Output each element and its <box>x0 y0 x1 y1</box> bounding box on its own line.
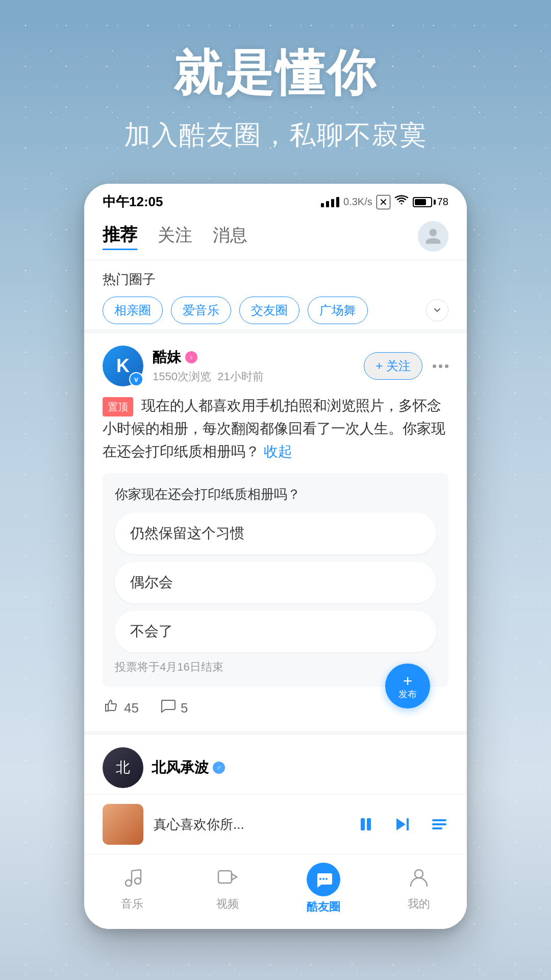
poll-question: 你家现在还会打印纸质相册吗？ <box>115 485 436 503</box>
post-footer-wrapper: 45 5 + 发布 <box>103 697 448 719</box>
nav-item-circle[interactable]: 酷友圈 <box>293 863 354 915</box>
status-time: 中午12:05 <box>103 193 163 211</box>
author-name: 酷妹 ♀ <box>153 348 364 367</box>
profile-nav-label: 我的 <box>408 896 430 912</box>
svg-point-17 <box>415 870 423 878</box>
poll-option-3[interactable]: 不会了 <box>115 610 436 652</box>
video-nav-icon <box>216 866 239 893</box>
poll-section: 你家现在还会打印纸质相册吗？ 仍然保留这个习惯 偶尔会 不会了 投票将于4月16… <box>103 473 448 687</box>
comment-action[interactable]: 5 <box>159 697 188 719</box>
svg-marker-13 <box>232 874 237 880</box>
publish-fab-button[interactable]: + 发布 <box>385 664 430 708</box>
post-meta: 酷妹 ♀ 1550次浏览 21小时前 <box>153 348 364 384</box>
battery-percent: 78 <box>437 196 448 208</box>
music-player: 真心喜欢你所... <box>84 794 467 854</box>
comment-count: 5 <box>181 700 188 716</box>
pinned-tag: 置顶 <box>103 397 133 416</box>
nav-item-video[interactable]: 视频 <box>197 866 258 912</box>
svg-marker-2 <box>396 818 406 830</box>
video-nav-label: 视频 <box>216 896 239 912</box>
author-avatar[interactable]: K v <box>103 346 143 386</box>
circle-nav-icon-bg <box>307 863 340 896</box>
more-options-button[interactable] <box>433 364 448 368</box>
svg-rect-12 <box>218 871 232 883</box>
comment-icon <box>159 697 177 719</box>
post-stats: 1550次浏览 21小时前 <box>153 369 364 384</box>
expand-circles-button[interactable] <box>426 299 448 322</box>
tab-message[interactable]: 消息 <box>213 224 247 249</box>
post-header: K v 酷妹 ♀ 1550次浏览 21小时前 + 关注 <box>103 346 448 386</box>
signal-dots <box>321 197 339 207</box>
speed-text: 0.3K/s <box>343 196 372 208</box>
user-avatar-button[interactable] <box>418 221 448 252</box>
circle-tags: 相亲圈 爱音乐 交友圈 广场舞 <box>103 297 448 324</box>
like-count: 45 <box>124 700 139 716</box>
x-icon: ✕ <box>377 195 390 209</box>
next-author-avatar[interactable]: 北 <box>103 747 143 788</box>
music-nav-label: 音乐 <box>121 896 143 912</box>
pause-button[interactable] <box>357 815 375 834</box>
svg-point-7 <box>126 880 132 886</box>
svg-rect-6 <box>432 827 442 829</box>
fab-plus-icon: + <box>403 673 413 689</box>
svg-rect-4 <box>432 819 446 821</box>
svg-rect-5 <box>432 823 446 825</box>
svg-point-16 <box>325 878 328 880</box>
hero-subtitle: 加入酷友圈，私聊不寂寞 <box>124 117 427 153</box>
collapse-link[interactable]: 收起 <box>264 444 292 459</box>
profile-nav-icon <box>408 866 430 893</box>
status-bar: 中午12:05 0.3K/s ✕ <box>84 184 467 216</box>
nav-tabs: 推荐 关注 消息 <box>84 216 467 260</box>
status-icons: 0.3K/s ✕ 78 <box>321 195 448 209</box>
nav-item-music[interactable]: 音乐 <box>102 866 163 912</box>
vip-badge: v <box>129 372 143 386</box>
wifi-icon <box>394 195 409 209</box>
svg-point-14 <box>319 878 321 880</box>
poll-option-1[interactable]: 仍然保留这个习惯 <box>115 512 436 554</box>
circle-tag-friends[interactable]: 交友圈 <box>239 297 299 324</box>
page-container: 就是懂你 加入酷友圈，私聊不寂寞 中午12:05 0.3K/s ✕ <box>0 0 551 929</box>
circle-tag-square[interactable]: 广场舞 <box>308 297 368 324</box>
hero-title: 就是懂你 <box>173 41 378 107</box>
next-button[interactable] <box>393 815 412 834</box>
fab-label: 发布 <box>398 689 417 700</box>
like-action[interactable]: 45 <box>103 697 139 719</box>
svg-rect-1 <box>367 818 371 830</box>
svg-point-8 <box>135 878 141 884</box>
post-actions: + 关注 <box>364 352 448 380</box>
female-gender-icon: ♀ <box>185 351 197 363</box>
nav-item-profile[interactable]: 我的 <box>388 866 449 912</box>
hot-title: 热门圈子 <box>103 271 448 288</box>
circle-tag-xiangqin[interactable]: 相亲圈 <box>103 297 163 324</box>
like-icon <box>103 697 120 719</box>
svg-rect-0 <box>361 818 365 830</box>
playlist-button[interactable] <box>430 815 448 834</box>
follow-button[interactable]: + 关注 <box>364 352 422 380</box>
music-controls <box>357 815 448 834</box>
music-thumbnail <box>103 804 143 845</box>
tab-follow[interactable]: 关注 <box>158 224 192 249</box>
circle-nav-label: 酷友圈 <box>307 899 340 915</box>
svg-rect-3 <box>407 818 409 830</box>
svg-line-11 <box>132 870 141 871</box>
svg-point-15 <box>322 878 324 880</box>
battery-icon: 78 <box>413 196 448 208</box>
music-title: 真心喜欢你所... <box>154 816 346 834</box>
tab-recommend[interactable]: 推荐 <box>103 223 137 250</box>
circle-tag-music[interactable]: 爱音乐 <box>171 297 231 324</box>
bottom-nav: 音乐 视频 <box>84 854 467 929</box>
male-gender-icon: ♂ <box>213 762 225 774</box>
next-post-preview: 北 北风承波 ♂ <box>84 731 467 794</box>
phone-mockup: 中午12:05 0.3K/s ✕ <box>84 184 467 929</box>
post-card: K v 酷妹 ♀ 1550次浏览 21小时前 + 关注 <box>84 329 467 731</box>
post-content: 置顶 现在的人都喜欢用手机拍照和浏览照片，多怀念小时候的相册，每次翻阅都像回看了… <box>103 395 448 463</box>
poll-deadline: 投票将于4月16日结束 <box>115 659 436 675</box>
music-nav-icon <box>121 866 143 893</box>
next-author-name: 北风承波 ♂ <box>152 758 225 777</box>
hot-section: 热门圈子 相亲圈 爱音乐 交友圈 广场舞 <box>84 260 467 329</box>
poll-option-2[interactable]: 偶尔会 <box>115 561 436 603</box>
